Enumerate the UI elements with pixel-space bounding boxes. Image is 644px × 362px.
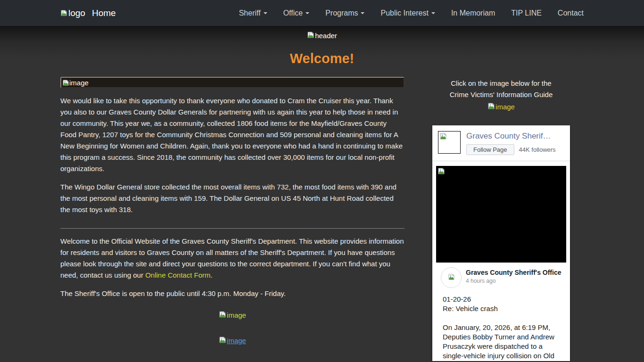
broken-image-icon [487,102,495,111]
crime-guide-caption: Click on the image below for the Crime V… [419,78,584,100]
post-text-body: On January, 20, 2026, at 6:19 PM, Deputi… [443,323,560,361]
chevron-down-icon [431,12,435,14]
page-header: header Welcome! [0,26,644,66]
broken-image-icon [60,9,67,16]
broken-image-icon [219,336,226,345]
main-column: image We would like to take this opportu… [53,77,412,362]
navbar-left: logo Home [60,8,116,18]
crime-guide-image-link[interactable]: image [487,102,515,112]
facebook-page-avatar[interactable] [438,131,461,154]
crime-guide-caption-line2: Crime Victims' Information Guide [419,89,584,100]
facebook-widget-header: Graves County Sherif… Follow Page 44K fo… [432,125,570,161]
followers-count: 44K followers [519,146,556,153]
chevron-down-icon [264,12,267,14]
paragraph-wingo-dollar-general: The Wingo Dollar General store collected… [60,181,405,215]
post-text-line2: Re: Vehicle crash [443,304,560,313]
banner-broken-image[interactable]: image [60,77,405,88]
header-broken-image: header [307,31,337,40]
nav-item-sheriff[interactable]: Sheriff [239,9,267,17]
nav-item-office[interactable]: Office [283,9,310,17]
facebook-post-text: 01-20-26 Re: Vehicle crash On January, 2… [432,288,570,361]
page-title: Welcome! [0,51,644,66]
content-row: image We would like to take this opportu… [53,77,591,362]
online-contact-form-link[interactable]: Online Contact Form [145,271,210,279]
crime-guide-image-alt-text: image [495,103,515,111]
broken-image-icon [448,273,455,282]
broken-image-link-2[interactable]: image [60,336,405,346]
post-text-line1: 01-20-26 [443,295,560,304]
sidebar-column: Click on the image below for the Crime V… [412,77,591,361]
section-divider [60,228,405,229]
banner-image-alt-text: image [69,79,89,87]
nav-item-in-memoriam[interactable]: In Memoriam [451,9,495,17]
nav-item-tip-line[interactable]: TIP LINE [511,9,542,17]
follow-page-button[interactable]: Follow Page [466,144,514,155]
broken-image-icon [439,133,447,141]
broken-image-icon [438,168,445,176]
post-author-avatar[interactable] [441,267,462,288]
chevron-down-icon [361,12,364,14]
logo-alt-text: logo [68,8,85,18]
page-body: header Welcome! image We would like to t… [0,26,644,362]
logo-link[interactable]: logo [60,8,85,18]
navbar-menu: Sheriff Office Programs Public Interest … [239,9,584,17]
navbar-inner: logo Home Sheriff Office Programs Public… [53,8,591,18]
broken-image-icon [62,79,69,86]
facebook-post-author-row: Graves County Sheriff's Office 4 hours a… [432,263,570,288]
facebook-page-title-link[interactable]: Graves County Sherif… [466,132,564,141]
image-link2-alt-text: image [227,337,246,345]
header-image-alt-text: header [315,32,337,40]
nav-item-contact[interactable]: Contact [558,9,584,17]
crime-guide-caption-line1: Click on the image below for the [419,78,584,89]
facebook-post-image[interactable] [436,166,566,263]
nav-item-programs[interactable]: Programs [325,9,364,17]
nav-item-home[interactable]: Home [92,8,116,18]
paragraph-welcome-official-site: Welcome to the Official Website of the G… [60,236,405,281]
broken-image-link-1[interactable]: image [60,311,405,320]
post-author-name[interactable]: Graves County Sheriff's Office [466,268,561,277]
facebook-follow-row: Follow Page 44K followers [466,144,564,155]
office-hours-text: The Sheriff's Office is open to the publ… [60,288,405,299]
facebook-widget: Graves County Sherif… Follow Page 44K fo… [432,125,570,361]
facebook-header-info: Graves County Sherif… Follow Page 44K fo… [466,131,564,155]
broken-image-icon [219,311,226,320]
image-link1-alt-text: image [227,311,246,319]
navbar: logo Home Sheriff Office Programs Public… [0,0,644,26]
paragraph-cram-the-cruiser: We would like to take this opportunity t… [60,95,405,174]
chevron-down-icon [305,12,309,14]
nav-item-public-interest[interactable]: Public Interest [380,9,435,17]
post-timestamp: 4 hours ago [466,278,561,284]
post-author-info: Graves County Sheriff's Office 4 hours a… [466,267,561,288]
broken-image-icon [307,31,314,40]
